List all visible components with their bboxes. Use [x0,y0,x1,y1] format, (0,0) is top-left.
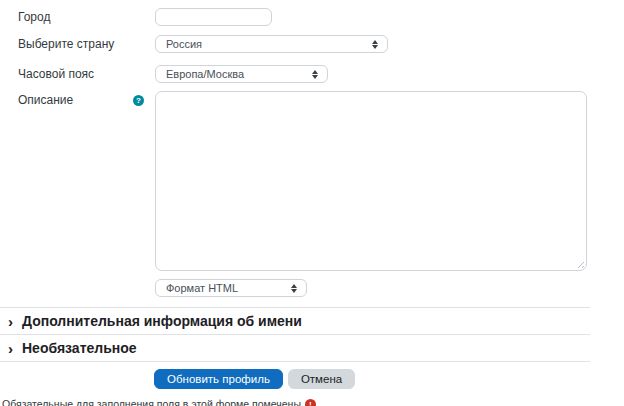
section-toggle-additional-names[interactable]: Дополнительная информация об имени [0,308,590,335]
description-textarea[interactable] [155,91,587,271]
section-title: Дополнительная информация об имени [22,313,302,329]
required-note-text: Обязательные для заполнения поля в этой … [2,398,301,406]
collapsible-sections: Дополнительная информация об имени Необя… [0,307,590,362]
chevron-right-icon [8,341,13,356]
form-row-description: Описание [0,91,624,271]
resize-grip-icon[interactable] [575,259,584,268]
city-label: Город [18,10,50,24]
exclamation-circle-icon [305,399,316,406]
update-profile-button[interactable]: Обновить профиль [154,369,283,389]
help-icon[interactable] [133,95,144,106]
form-row-format: Формат HTML [0,278,624,297]
select-arrow-icon [291,284,297,293]
timezone-select-value: Европа/Москва [166,68,244,80]
country-select[interactable]: Россия [155,35,388,53]
timezone-label: Часовой пояс [18,67,94,81]
city-input[interactable] [155,8,272,26]
timezone-select[interactable]: Европа/Москва [155,65,328,83]
format-select[interactable]: Формат HTML [155,279,307,297]
section-toggle-optional[interactable]: Необязательное [0,335,590,362]
format-select-value: Формат HTML [166,282,238,294]
form-row-country: Выберите страну Россия [0,35,624,53]
form-row-timezone: Часовой пояс Европа/Москва [0,65,624,83]
profile-edit-form: Город Выберите страну Россия Часовой поя… [0,0,624,406]
description-label: Описание [18,93,73,107]
select-arrow-icon [372,40,378,49]
required-fields-note: Обязательные для заполнения поля в этой … [2,398,624,406]
country-label: Выберите страну [18,37,114,51]
form-actions: Обновить профиль Отмена [154,369,624,389]
cancel-button[interactable]: Отмена [288,369,355,389]
select-arrow-icon [312,70,318,79]
chevron-right-icon [8,314,13,329]
required-note-suffix: . [320,398,323,406]
section-title: Необязательное [22,340,137,356]
form-row-city: Город [0,8,624,26]
country-select-value: Россия [166,38,202,50]
